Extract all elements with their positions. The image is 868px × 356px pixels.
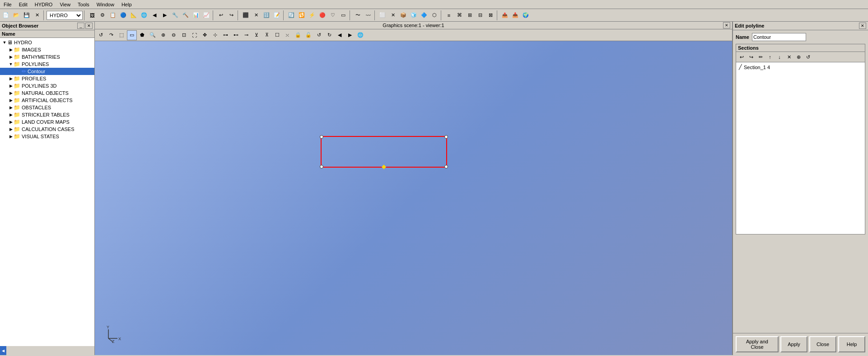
gv-tb-16[interactable]: ⊻ (252, 30, 261, 40)
section-tb-4[interactable]: ↑ (765, 52, 775, 61)
tb-btn-13[interactable]: ↩ (216, 10, 226, 20)
expand-icon-obstacles[interactable]: ▶ (8, 105, 14, 110)
tree-item-contour[interactable]: ✏ Contour (0, 68, 94, 75)
tb-btn-12[interactable]: 📈 (201, 10, 211, 20)
gv-tb-26[interactable]: 🌐 (355, 30, 365, 40)
expand-icon-visual[interactable]: ▶ (8, 134, 14, 139)
gv-tb-18[interactable]: ☐ (272, 30, 282, 40)
corner-handle-bl[interactable] (320, 165, 323, 169)
tb-btn-36[interactable]: ⊟ (475, 10, 485, 20)
new-button[interactable]: 📄 (1, 10, 11, 20)
menu-window[interactable]: Window (95, 1, 116, 8)
tb-btn-19[interactable]: 🔄 (286, 10, 296, 20)
gv-tb-2[interactable]: ↷ (106, 30, 116, 40)
close-button[interactable]: ✕ (32, 10, 42, 20)
tb-btn-10[interactable]: 🔨 (181, 10, 191, 20)
apply-close-button[interactable]: Apply and Close (736, 336, 779, 352)
gv-tb-24[interactable]: ◀ (335, 30, 345, 40)
edit-panel-close-btn[interactable]: ✕ (859, 23, 866, 29)
tb-btn-30[interactable]: 🧊 (409, 10, 419, 20)
panel-minimize-btn[interactable]: _ (77, 23, 84, 29)
tb-btn-17[interactable]: 🔢 (261, 10, 271, 20)
section-tb-3[interactable]: ✏ (756, 52, 765, 61)
tree-item-visual-states[interactable]: ▶ 📁 VISUAL STATES (0, 133, 94, 140)
section-tb-8[interactable]: ↺ (803, 52, 812, 61)
tb-btn-9[interactable]: 🔧 (170, 10, 180, 20)
tree-item-polylines[interactable]: ▼ 📁 POLYLINES (0, 61, 94, 68)
gv-tb-7[interactable]: ⊕ (158, 30, 168, 40)
tb-btn-8[interactable]: ▶ (160, 10, 170, 20)
expand-icon-images[interactable]: ▶ (8, 47, 14, 52)
menu-edit[interactable]: Edit (17, 1, 29, 8)
section-tb-5[interactable]: ↓ (775, 52, 784, 61)
tree-item-hydro[interactable]: ▼ 🖥 HYDRO (0, 39, 94, 46)
save-button[interactable]: 💾 (22, 10, 32, 20)
gv-tb-13[interactable]: ⊶ (220, 30, 230, 40)
gv-tb-1[interactable]: ↺ (96, 30, 106, 40)
tb-btn-18[interactable]: 📝 (272, 10, 282, 20)
tb-btn-15[interactable]: ⬛ (241, 10, 251, 20)
section-tb-7[interactable]: ⊕ (794, 52, 803, 61)
tb-btn-25[interactable]: 〜 (353, 10, 363, 20)
gv-tb-3[interactable]: ⬚ (117, 30, 126, 40)
tb-btn-31[interactable]: 🔷 (419, 10, 429, 20)
name-input[interactable] (752, 33, 806, 41)
gv-tb-12[interactable]: ⊹ (210, 30, 220, 40)
corner-handle-tr[interactable] (444, 135, 448, 139)
gv-tb-21[interactable]: 🔓 (303, 30, 313, 40)
tb-btn-6[interactable]: 🌐 (139, 10, 149, 20)
tb-btn-28[interactable]: ✕ (388, 10, 398, 20)
gv-tb-15[interactable]: ⊸ (241, 30, 251, 40)
expand-icon-calc[interactable]: ▶ (8, 127, 14, 131)
expand-icon-hydro[interactable]: ▼ (2, 40, 7, 45)
gv-tb-5[interactable]: ⬟ (137, 30, 147, 40)
tb-btn-7[interactable]: ◀ (149, 10, 159, 20)
tree-container[interactable]: ▼ 🖥 HYDRO ▶ 📁 IMAGES ▶ 📁 BATHYMETRIES ▼ … (0, 38, 94, 346)
tb-btn-20[interactable]: 🔁 (297, 10, 307, 20)
menu-view[interactable]: View (58, 1, 72, 8)
close-panel-button[interactable]: Close (809, 336, 836, 352)
tree-item-calc-cases[interactable]: ▶ 📁 CALCULATION CASES (0, 126, 94, 133)
gv-tb-23[interactable]: ↻ (324, 30, 334, 40)
tb-btn-11[interactable]: 📊 (191, 10, 201, 20)
expand-icon-polylines[interactable]: ▼ (8, 62, 14, 66)
tb-btn-2[interactable]: ⚙ (98, 10, 107, 20)
gv-tb-8[interactable]: ⊖ (168, 30, 178, 40)
menu-tools[interactable]: Tools (76, 1, 91, 8)
tree-item-artificial[interactable]: ▶ 📁 ARTIFICIAL OBJECTS (0, 97, 94, 104)
expand-icon-land-cover[interactable]: ▶ (8, 120, 14, 124)
gv-tb-6[interactable]: 🔍 (148, 30, 158, 40)
expand-icon-natural[interactable]: ▶ (8, 91, 14, 95)
tb-btn-27[interactable]: ⬜ (378, 10, 387, 20)
expand-icon-artificial[interactable]: ▶ (8, 98, 14, 103)
gv-tb-10[interactable]: ⛶ (189, 30, 199, 40)
gv-tb-9[interactable]: ⊡ (179, 30, 189, 40)
tb-btn-5[interactable]: 📐 (129, 10, 139, 20)
help-button[interactable]: Help (838, 336, 865, 352)
tb-btn-4[interactable]: 🔵 (118, 10, 128, 20)
tb-btn-21[interactable]: ⚡ (307, 10, 317, 20)
graphics-viewer-close[interactable]: ✕ (723, 22, 730, 28)
tb-btn-37[interactable]: ⊠ (485, 10, 495, 20)
module-combo[interactable]: HYDRO (47, 11, 83, 20)
panel-close-btn[interactable]: ✕ (85, 23, 93, 29)
gv-tb-4[interactable]: ▭ (127, 30, 137, 40)
gv-tb-19[interactable]: ⛌ (283, 30, 293, 40)
section-tb-2[interactable]: ↪ (747, 52, 756, 61)
section-item-1[interactable]: ╱ Section_1 4 (737, 63, 864, 71)
tree-item-obstacles[interactable]: ▶ 📁 OBSTACLES (0, 104, 94, 111)
menu-hydro[interactable]: HYDRO (33, 1, 55, 8)
expand-icon-bathy[interactable]: ▶ (8, 55, 14, 59)
expand-icon-profiles[interactable]: ▶ (8, 76, 14, 81)
graphics-viewer-canvas[interactable]: Y X Z (95, 41, 732, 355)
menu-help[interactable]: Help (120, 1, 134, 8)
apply-button[interactable]: Apply (780, 336, 807, 352)
gv-tb-17[interactable]: ⊼ (262, 30, 272, 40)
tb-btn-1[interactable]: 🖼 (87, 10, 97, 20)
tb-btn-39[interactable]: 📥 (510, 10, 520, 20)
tb-btn-23[interactable]: ♡ (328, 10, 338, 20)
tree-item-land-cover[interactable]: ▶ 📁 LAND COVER MAPS (0, 118, 94, 126)
tree-item-profiles[interactable]: ▶ 📁 PROFILES (0, 75, 94, 82)
tree-item-polylines3d[interactable]: ▶ 📁 POLYLINES 3D (0, 82, 94, 89)
gv-tb-22[interactable]: ↺ (314, 30, 324, 40)
